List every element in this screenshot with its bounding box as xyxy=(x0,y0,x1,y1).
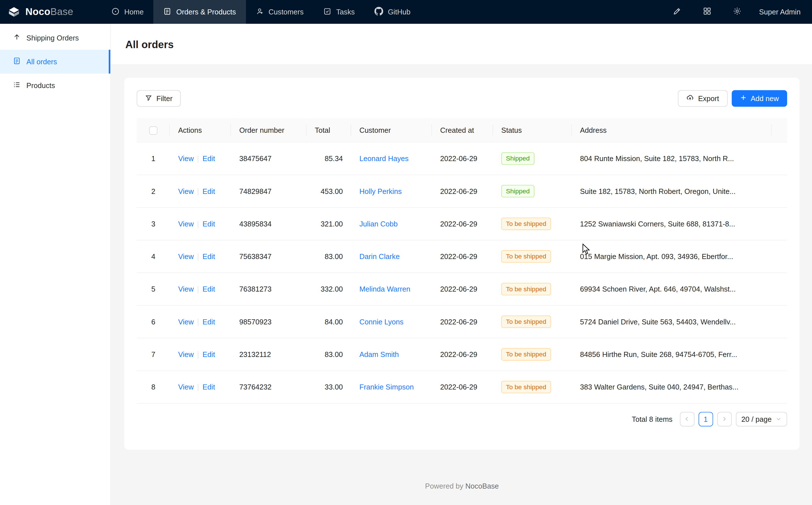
next-page-button[interactable] xyxy=(717,412,731,426)
nav-item-customers[interactable]: Customers xyxy=(246,0,313,24)
address-cell: 804 Runte Mission, Suite 182, 15783, Nor… xyxy=(572,142,772,175)
edit-link[interactable]: Edit xyxy=(203,318,215,326)
table-row: 2 ViewEdit 74829847 453.00 Holly Perkins… xyxy=(137,175,787,207)
edit-link[interactable]: Edit xyxy=(203,154,215,162)
status-badge: To be shipped xyxy=(501,348,551,361)
export-button[interactable]: Export xyxy=(678,90,728,107)
column-header-customer: Customer xyxy=(351,118,432,142)
column-header-order-number: Order number xyxy=(231,118,306,142)
order-number-cell: 23132112 xyxy=(231,338,306,370)
nav-item-label: GitHub xyxy=(388,8,411,16)
orders-table: Actions Order number Total Customer Crea… xyxy=(137,118,787,404)
orders-card: Filter Export xyxy=(124,78,800,450)
view-link[interactable]: View xyxy=(178,350,194,358)
row-index: 6 xyxy=(137,305,170,338)
brand[interactable]: NocoBase xyxy=(0,5,101,19)
nav-item-orders-products[interactable]: Orders & Products xyxy=(153,0,246,24)
orders-icon xyxy=(163,7,172,17)
customer-link[interactable]: Connie Lyons xyxy=(359,318,403,326)
edit-link[interactable]: Edit xyxy=(203,285,215,293)
layout-grid-icon xyxy=(703,7,712,17)
plugin-manager-button[interactable] xyxy=(699,4,716,20)
highlighter-icon xyxy=(673,7,682,17)
edit-link[interactable]: Edit xyxy=(203,350,215,358)
table-row: 4 ViewEdit 75638347 83.00 Darin Clarke 2… xyxy=(137,240,787,273)
view-link[interactable]: View xyxy=(178,383,194,391)
order-number-cell: 74829847 xyxy=(231,175,306,207)
chevron-right-icon xyxy=(722,415,727,423)
user-menu[interactable]: Super Admin xyxy=(759,8,801,16)
customer-link[interactable]: Adam Smith xyxy=(359,350,399,358)
view-link[interactable]: View xyxy=(178,252,194,261)
nav-item-home[interactable]: Home xyxy=(101,0,154,24)
page-1-button[interactable]: 1 xyxy=(698,412,713,426)
filter-button[interactable]: Filter xyxy=(137,90,181,107)
select-all-checkbox[interactable] xyxy=(149,127,157,135)
main-menu: Home Orders & Products Customers xyxy=(101,0,421,24)
nav-item-label: Home xyxy=(124,8,144,16)
sidebar-item-products[interactable]: Products xyxy=(0,73,110,98)
view-link[interactable]: View xyxy=(178,318,194,326)
column-header-created-at: Created at xyxy=(432,118,493,142)
address-cell: 84856 Hirthe Run, Suite 268, 94754-6705,… xyxy=(572,338,772,370)
action-divider xyxy=(198,254,198,261)
add-new-label: Add new xyxy=(751,94,779,103)
nav-item-tasks[interactable]: Tasks xyxy=(313,0,365,24)
view-link[interactable]: View xyxy=(178,285,194,293)
nocobase-logo-icon xyxy=(7,5,21,19)
toolbar-right: Export Add new xyxy=(678,90,787,107)
customer-link[interactable]: Holly Perkins xyxy=(359,187,402,195)
status-badge: Shipped xyxy=(501,185,534,197)
customers-icon xyxy=(256,7,264,17)
arrow-up-icon xyxy=(13,33,21,42)
action-divider xyxy=(198,319,198,326)
ui-editor-button[interactable] xyxy=(669,4,686,20)
row-index: 4 xyxy=(137,240,170,273)
created-at-cell: 2022-06-29 xyxy=(432,175,493,207)
chevron-left-icon xyxy=(684,415,690,423)
action-divider xyxy=(198,384,198,391)
action-divider xyxy=(198,156,198,163)
edit-link[interactable]: Edit xyxy=(203,383,215,391)
cloud-upload-icon xyxy=(686,94,694,103)
github-icon xyxy=(374,7,383,17)
created-at-cell: 2022-06-29 xyxy=(432,305,493,338)
address-cell: 5724 Daniel Drive, Suite 563, 54403, Wen… xyxy=(572,305,772,338)
sidebar: Shipping Orders All orders Products xyxy=(0,24,111,505)
total-cell: 83.00 xyxy=(307,240,351,273)
sidebar-item-all-orders[interactable]: All orders xyxy=(0,50,110,73)
pagination-total: Total 8 items xyxy=(632,415,672,423)
edit-link[interactable]: Edit xyxy=(203,252,215,261)
app-window: NocoBase Home Orders & Pro xyxy=(0,0,812,505)
row-index: 3 xyxy=(137,207,170,240)
customer-link[interactable]: Frankie Simpson xyxy=(359,383,414,391)
sidebar-item-shipping-orders[interactable]: Shipping Orders xyxy=(0,26,110,50)
file-icon xyxy=(13,57,21,66)
edit-link[interactable]: Edit xyxy=(203,220,215,228)
settings-button[interactable] xyxy=(729,4,746,20)
column-header-actions: Actions xyxy=(170,118,231,142)
row-index: 7 xyxy=(137,338,170,370)
home-icon xyxy=(111,7,120,17)
add-new-button[interactable]: Add new xyxy=(731,90,787,107)
order-number-cell: 38475647 xyxy=(231,142,306,175)
view-link[interactable]: View xyxy=(178,154,194,162)
view-link[interactable]: View xyxy=(178,187,194,195)
prev-page-button[interactable] xyxy=(680,412,694,426)
edit-link[interactable]: Edit xyxy=(203,187,215,195)
nav-item-github[interactable]: GitHub xyxy=(365,0,421,24)
address-cell: 69934 Schoen River, Apt. 646, 49704, Wal… xyxy=(572,273,772,305)
footer: Powered by NocoBase xyxy=(124,482,800,490)
status-badge: To be shipped xyxy=(501,316,551,328)
customer-link[interactable]: Melinda Warren xyxy=(359,285,410,293)
action-divider xyxy=(198,352,198,359)
customer-link[interactable]: Darin Clarke xyxy=(359,252,399,261)
table-row: 3 ViewEdit 43895834 321.00 Julian Cobb 2… xyxy=(137,207,787,240)
view-link[interactable]: View xyxy=(178,220,194,228)
page-size-select[interactable]: 20 / page xyxy=(736,412,787,426)
customer-link[interactable]: Leonard Hayes xyxy=(359,154,409,162)
status-badge: To be shipped xyxy=(501,218,551,230)
status-badge: To be shipped xyxy=(501,250,551,263)
page-size-value: 20 / page xyxy=(741,415,772,423)
customer-link[interactable]: Julian Cobb xyxy=(359,220,397,228)
